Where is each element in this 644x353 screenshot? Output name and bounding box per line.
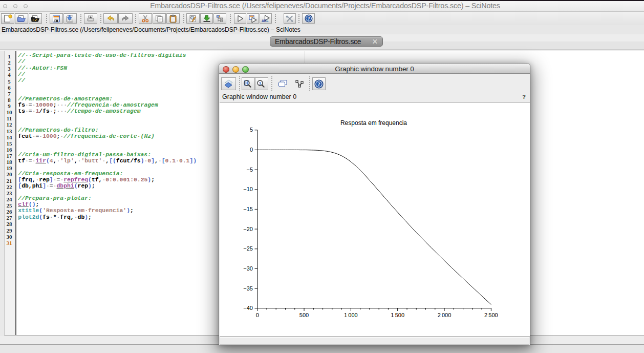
- svg-text:−20: −20: [243, 226, 253, 232]
- svg-text:−25: −25: [243, 245, 253, 252]
- svg-text:−10: −10: [243, 186, 253, 192]
- svg-text:−40: −40: [243, 305, 253, 311]
- svg-text:2 500: 2 500: [484, 312, 498, 318]
- svg-text:2 000: 2 000: [438, 312, 452, 318]
- svg-text:?: ?: [317, 81, 320, 87]
- svg-text:5: 5: [250, 127, 253, 133]
- svg-text:0: 0: [256, 312, 259, 318]
- svg-text:ABL: ABL: [262, 19, 268, 23]
- svg-text:−15: −15: [243, 206, 253, 212]
- svg-text:1: 1: [259, 81, 262, 86]
- svg-text:0: 0: [250, 147, 253, 153]
- svg-text:Resposta em frequencia: Resposta em frequencia: [340, 119, 407, 127]
- svg-text:−30: −30: [243, 265, 253, 272]
- svg-text:−35: −35: [243, 285, 253, 292]
- svg-text:500: 500: [299, 312, 309, 318]
- svg-text:−5: −5: [246, 167, 253, 173]
- svg-text:?: ?: [307, 16, 310, 22]
- svg-text:1 000: 1 000: [344, 312, 358, 318]
- svg-text:1 500: 1 500: [391, 312, 404, 318]
